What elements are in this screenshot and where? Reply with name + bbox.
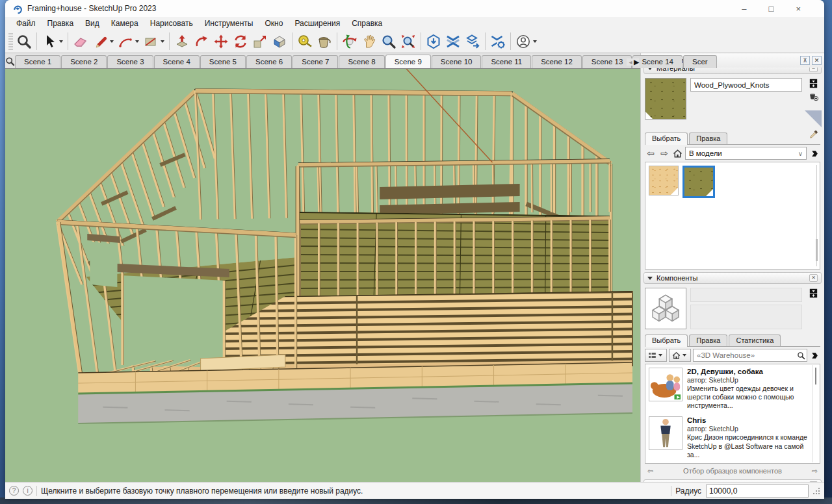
rotate-tool-button[interactable] [231,32,250,51]
close-button[interactable]: × [796,5,801,13]
materials-tab-edit[interactable]: Правка [689,132,727,144]
arc-dropdown-caret[interactable] [135,40,139,43]
components-search-box[interactable] [693,349,807,362]
search-scenes-button[interactable] [5,54,15,68]
materials-home-button[interactable] [672,148,683,159]
components-header[interactable]: Компоненты ✕ [644,272,822,284]
scale-tool-button[interactable] [250,32,270,51]
materials-back-button[interactable]: ⇦ [645,148,656,158]
components-search-input[interactable] [697,351,797,359]
scene-tab-10[interactable]: Scene 10 [432,55,482,68]
orbit-tool-button[interactable] [340,32,359,51]
components-tab-stats[interactable]: Статистика [729,334,781,346]
line-dropdown-caret[interactable] [110,40,114,43]
menu-edit[interactable]: Правка [42,18,80,29]
component-list-item[interactable]: Derrick автор: SketchUp [645,462,820,464]
account-button[interactable] [514,32,533,51]
move-tool-button[interactable] [211,32,231,51]
footer-forward-arrow[interactable]: ⇨ [812,467,818,475]
materials-scrollbar[interactable] [816,165,818,266]
components-home-button[interactable] [669,349,691,362]
model-viewport[interactable] [5,69,640,482]
rectangle-tool-button[interactable] [141,32,161,51]
materials-forward-button[interactable]: ⇨ [658,148,670,158]
footer-back-arrow[interactable]: ⇦ [647,467,653,475]
component-preview[interactable] [645,288,686,329]
zoom-extents-button[interactable] [398,32,418,51]
zoom-tool-button[interactable] [14,32,34,51]
followme-tool-button[interactable] [192,32,211,51]
line-tool-button[interactable] [90,32,110,51]
component-list-item[interactable]: 2D, Девушки, собака автор: SketchUp Изме… [645,364,820,413]
pushpull-tool-button[interactable] [172,32,192,51]
pan-tool-button[interactable] [359,32,379,51]
scene-tab-12[interactable]: Scene 12 [532,55,582,68]
components-close-button[interactable]: ✕ [809,274,818,282]
rectangle-dropdown-caret[interactable] [161,40,164,43]
components-tab-edit[interactable]: Правка [689,334,727,346]
offset-tool-button[interactable] [270,32,289,51]
tray-pin-button[interactable]: ⊼ [800,56,810,65]
menu-camera[interactable]: Камера [105,18,144,29]
share-model-button[interactable] [443,32,463,51]
tape-measure-button[interactable] [295,32,315,51]
select-tool-button[interactable] [40,32,59,51]
material-name-input[interactable] [690,78,802,92]
sample-paint-swatch[interactable] [805,110,822,127]
scene-tab-6[interactable]: Scene 6 [246,55,292,68]
scene-tabs-scroll-arrows[interactable]: ◂ ▶ [627,58,639,66]
components-details-button[interactable] [809,349,820,361]
extension-warehouse-button[interactable] [488,32,508,51]
menu-extensions[interactable]: Расширения [289,18,346,29]
maximize-button[interactable]: □ [769,5,774,13]
geolocation-icon[interactable]: ? [9,486,19,496]
scene-tab-8[interactable]: Scene 8 [339,55,384,68]
menu-view[interactable]: Вид [79,18,105,29]
menu-window[interactable]: Окно [259,18,289,29]
scene-tab-2[interactable]: Scene 2 [61,55,107,68]
scene-tab-5[interactable]: Scene 5 [200,55,246,68]
scene-tab-13[interactable]: Scene 13 [582,55,632,68]
zoom-window-button[interactable] [379,32,398,51]
material-swatch-plywood[interactable] [649,166,679,195]
share-component-button[interactable] [463,32,482,51]
components-tab-select[interactable]: Выбрать [645,334,688,347]
eyedropper-button[interactable] [809,129,819,142]
scene-tab-3[interactable]: Scene 3 [107,55,153,68]
components-list-scrollbar[interactable] [812,365,819,462]
component-list-item[interactable]: Chris автор: SketchUp Крис Дизон присоед… [645,413,820,462]
secondary-pane-icon[interactable] [808,78,819,89]
tray-close-button[interactable]: ✕ [812,56,822,65]
scene-tab-4[interactable]: Scene 4 [154,55,200,68]
toolbar-drag-handle[interactable] [8,33,13,50]
menu-file[interactable]: Файл [10,18,42,29]
scene-tab-1[interactable]: Scene 1 [15,55,60,68]
paint-bucket-button[interactable] [315,32,334,51]
viewport-canvas[interactable] [5,69,640,482]
info-icon[interactable]: i [23,486,32,496]
search-icon[interactable] [797,351,805,360]
materials-collection-dropdown[interactable]: В модели ∨ [685,147,807,160]
material-preview[interactable] [645,78,686,120]
view-options-button[interactable] [645,349,667,362]
get-models-button[interactable] [424,32,443,51]
materials-collapse-button[interactable]: – [809,68,818,72]
scene-tab-11[interactable]: Scene 11 [482,55,531,68]
eraser-tool-button[interactable] [71,32,90,51]
account-dropdown-caret[interactable] [533,40,537,43]
secondary-pane-icon[interactable] [808,288,819,299]
scene-tab-14[interactable]: Scene 14 [632,55,682,68]
menu-draw[interactable]: Нарисовать [144,18,199,29]
scene-tab-9-active[interactable]: Scene 9 [385,55,431,68]
scene-tab-overflow[interactable]: Scer [683,55,717,68]
scene-tab-7[interactable]: Scene 7 [292,55,338,68]
resize-grip[interactable] [812,487,820,495]
material-swatch-plywood-knots-selected[interactable] [682,166,715,198]
create-material-icon[interactable] [808,91,819,102]
select-dropdown-caret[interactable] [59,40,63,43]
materials-tab-select[interactable]: Выбрать [645,132,688,145]
minimize-button[interactable]: – [742,5,746,13]
vcb-input[interactable] [706,485,809,498]
menu-tools[interactable]: Инструменты [199,18,259,29]
menu-help[interactable]: Справка [346,18,388,29]
